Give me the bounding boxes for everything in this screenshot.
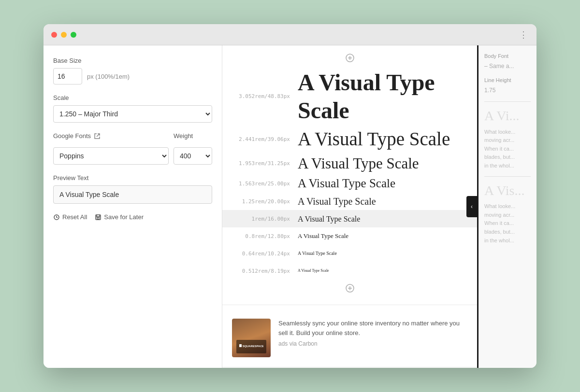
sidebar: Base Size px (100%/1em) Scale 1.067 – Mi… <box>44 45 222 368</box>
line-height-value: 1.75 <box>484 87 531 94</box>
preview-text-label: Preview Text <box>53 174 212 182</box>
right-preview-text5: in the whol... <box>484 162 531 170</box>
save-for-later-link[interactable]: Save for Later <box>95 213 144 221</box>
right-preview-text3: When it ca... <box>484 145 531 154</box>
main-content: Base Size px (100%/1em) Scale 1.067 – Mi… <box>44 45 536 368</box>
preview-text-input[interactable] <box>53 185 212 204</box>
right-preview-text10: in the whol... <box>484 237 531 245</box>
scale-size-label: 3.052rem/48.83px <box>230 93 298 99</box>
ad-text: Seamlessly sync your online store invent… <box>278 319 467 337</box>
base-size-group: Base Size px (100%/1em) <box>53 57 212 84</box>
right-preview-title2: A Vis... <box>484 182 531 199</box>
scale-text: A Visual Type Scale <box>298 196 376 207</box>
scale-text: A Visual Type Scale <box>298 214 360 224</box>
scale-text: A Visual Type Scale <box>298 251 337 256</box>
right-preview-title: A Vi... <box>484 108 531 124</box>
right-panel: Body Font – Same a... Line Height 1.75 A… <box>478 45 536 368</box>
scale-select[interactable]: 1.067 – Minor Second 1.125 – Major Secon… <box>53 105 212 123</box>
scale-row-base: 1rem/16.00px A Visual Type Scale <box>222 210 477 227</box>
scale-text: A Visual Type Scale <box>298 176 395 191</box>
right-preview-text9: blades, but... <box>484 228 531 237</box>
preview-text-group: Preview Text <box>53 174 212 204</box>
scale-row: 2.441rem/39.06px A Visual Type Scale <box>222 126 477 153</box>
google-fonts-label: Google Fonts <box>53 132 169 140</box>
add-top-icon[interactable] <box>222 45 477 67</box>
scale-row: 0.8rem/12.80px A Visual Type Scale <box>222 227 477 245</box>
collapse-icon: ‹ <box>471 203 473 210</box>
add-bottom-icon[interactable] <box>222 280 477 301</box>
scale-text: A Visual Type Scale <box>298 268 329 273</box>
reset-all-link[interactable]: Reset All <box>53 213 87 221</box>
center-panel[interactable]: 3.052rem/48.83px A Visual Type Scale 2.4… <box>222 45 478 368</box>
right-preview-text2: moving acr... <box>484 136 531 145</box>
scale-row: 3.052rem/48.83px A Visual Type Scale <box>222 67 477 126</box>
scale-row: 0.64rem/10.24px A Visual Type Scale <box>222 245 477 262</box>
scale-text: A Visual Type Scale <box>298 232 348 240</box>
right-preview-text8: When it ca... <box>484 219 531 228</box>
bottom-buttons: Grab the CSS Edit on CodePen <box>222 367 477 368</box>
base-size-row: px (100%/1em) <box>53 68 212 84</box>
right-preview-text4: blades, but... <box>484 153 531 162</box>
window-menu-icon[interactable]: ⋮ <box>519 29 529 40</box>
ad-section: SQUARESPACE Seamlessly sync your online … <box>222 309 477 367</box>
base-size-input[interactable] <box>53 68 82 84</box>
svg-text:SQUARESPACE: SQUARESPACE <box>243 345 263 348</box>
scale-row: 0.512rem/8.19px A Visual Type Scale <box>222 262 477 280</box>
right-preview-text6: What looke... <box>484 202 531 211</box>
scale-size-label: 1.953rem/31.25px <box>230 160 298 167</box>
minimize-button[interactable] <box>61 32 67 38</box>
scale-size-label: 1.25rem/20.00px <box>230 198 298 205</box>
font-weight-row: Poppins Roboto Open Sans Lato 100 200 30… <box>53 147 212 165</box>
scale-row: 1.25rem/20.00px A Visual Type Scale <box>222 193 477 210</box>
right-preview-text7: moving acr... <box>484 211 531 220</box>
base-size-hint: px (100%/1em) <box>87 73 130 80</box>
right-preview-text1: What looke... <box>484 128 531 137</box>
font-group: Google Fonts Weight Poppins Roboto Open … <box>53 132 212 165</box>
scale-size-label: 0.64rem/10.24px <box>230 251 298 257</box>
scale-group: Scale 1.067 – Minor Second 1.125 – Major… <box>53 94 212 123</box>
scale-label: Scale <box>53 94 212 101</box>
close-button[interactable] <box>51 32 57 38</box>
ad-image[interactable]: SQUARESPACE <box>232 319 271 357</box>
titlebar: ⋮ <box>44 24 536 45</box>
scale-row: 1.953rem/31.25px A Visual Type Scale <box>222 153 477 174</box>
scale-rows: 3.052rem/48.83px A Visual Type Scale 2.4… <box>222 67 477 280</box>
ad-via: ads via Carbon <box>278 340 467 347</box>
scale-size-label: 2.441rem/39.06px <box>230 136 298 142</box>
maximize-button[interactable] <box>71 32 76 38</box>
scale-text: A Visual Type Scale <box>298 128 450 151</box>
external-link-icon <box>94 133 101 140</box>
ad-logo: SQUARESPACE <box>239 342 263 351</box>
right-divider <box>484 101 531 102</box>
reset-icon <box>53 214 60 221</box>
divider <box>222 305 477 305</box>
body-font-value: – Same a... <box>484 63 531 70</box>
font-select[interactable]: Poppins Roboto Open Sans Lato <box>53 147 169 165</box>
weight-label: Weight <box>174 132 212 140</box>
svg-rect-5 <box>239 345 242 348</box>
collapse-panel-button[interactable]: ‹ <box>466 196 477 217</box>
traffic-lights <box>51 32 76 38</box>
save-icon <box>95 214 102 221</box>
line-height-label: Line Height <box>484 77 531 83</box>
ad-content: Seamlessly sync your online store invent… <box>278 319 467 347</box>
action-links: Reset All Save for Later <box>53 213 212 221</box>
svg-rect-2 <box>97 217 99 219</box>
right-divider-2 <box>484 176 531 177</box>
base-size-label: Base Size <box>53 57 212 64</box>
scale-row: 1.563rem/25.00px A Visual Type Scale <box>222 174 477 193</box>
scale-size-label: 1rem/16.00px <box>230 216 298 222</box>
weight-select[interactable]: 100 200 300 400 500 600 700 <box>174 147 212 165</box>
scale-size-label: 1.563rem/25.00px <box>230 181 298 187</box>
scale-text: A Visual Type Scale <box>298 69 467 124</box>
scale-size-label: 0.512rem/8.19px <box>230 268 298 274</box>
app-window: ⋮ Base Size px (100%/1em) Scale 1.067 – … <box>44 24 536 368</box>
scale-size-label: 0.8rem/12.80px <box>230 233 298 239</box>
body-font-label: Body Font <box>484 53 531 59</box>
scale-text: A Visual Type Scale <box>298 154 419 172</box>
